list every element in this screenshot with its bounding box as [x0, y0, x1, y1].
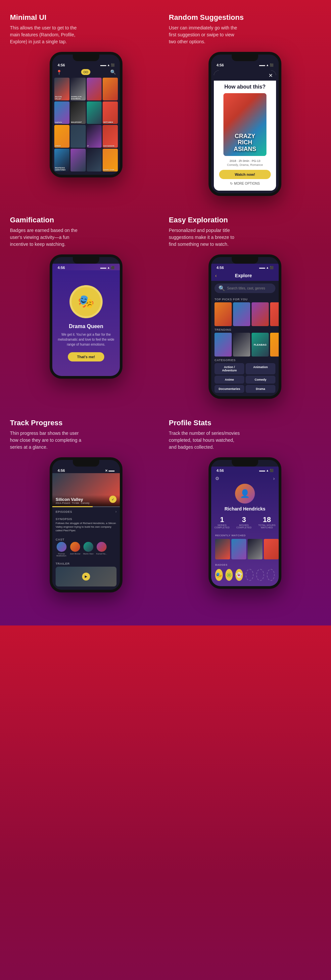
search-bar[interactable]: 🔍 Search titles, cast, genres — [214, 283, 275, 293]
recent-thumb-4[interactable] — [264, 539, 279, 559]
show-meta: 2014–Present · TV-MA · Comedy — [56, 502, 117, 504]
cast-item-1: Thomas Middleditch — [56, 542, 67, 557]
status-bar-1: 4:56 ▬▬ ▲ ⬛ — [52, 61, 120, 68]
episodes-label: EPISODES — [56, 510, 72, 514]
category-documentaries[interactable]: Documentaries — [214, 385, 244, 393]
recent-thumb-1[interactable] — [215, 539, 230, 559]
category-action[interactable]: Action / Adventure — [214, 363, 244, 374]
poster-title-overlay: CRAZYRICHASIANS — [224, 133, 267, 153]
category-anime[interactable]: Anime — [214, 375, 244, 383]
top-pick-4[interactable] — [270, 302, 279, 326]
movie-thumb-10[interactable] — [70, 125, 86, 148]
movie-thumb-9[interactable]: JOKER — [54, 125, 69, 148]
movie-thumb-15[interactable] — [87, 149, 102, 172]
movie-thumb-14[interactable] — [70, 149, 86, 172]
back-arrow-icon[interactable]: ‹ — [215, 273, 217, 278]
movie-thumb-4[interactable] — [102, 78, 118, 100]
show-title: Silicon Valley — [56, 497, 117, 502]
trailer-header: TRAILER — [52, 559, 120, 566]
status-icons-2: ▬▬ ▲ ⬛ — [259, 64, 273, 67]
search-icon-1[interactable]: 🔍 — [110, 69, 116, 75]
movie-thumb-6[interactable]: MALEFICENT — [70, 102, 86, 124]
how-about-text: How about this? — [214, 81, 276, 93]
section-title-minimal: Minimal UI — [10, 13, 162, 22]
movie-thumb-3[interactable] — [87, 78, 102, 100]
screen-profile: ⚙ › 👤 Richard Hendricks 1 SERIESCOMPLETE… — [211, 473, 279, 586]
badge-drama-queen: 🎭 — [215, 569, 223, 581]
close-icon-5[interactable]: ✕ — [105, 469, 107, 473]
status-time-5: 4:56 — [58, 469, 65, 473]
status-icons-3: ▬▬ ▲ ⬛ — [100, 266, 115, 269]
synopsis-header: SYNOPSIS — [52, 515, 120, 522]
profile-header: ⚙ › — [211, 473, 279, 484]
more-options-button[interactable]: ↻ MORE OPTIONS — [214, 182, 276, 185]
section-desc-profile: Track the number of series/movies comple… — [169, 430, 241, 451]
phone-exploration: 4:56 ▬▬ ▲ ⬛ ‹ Explore 🔍 Search titles, c… — [208, 255, 281, 399]
status-bar-5: 4:56 ✕ ▬▬ — [52, 466, 120, 473]
thumb-label-16: Schitt's Creek — [103, 169, 114, 171]
cast-row: Thomas Middleditch Josh Brener Martin St… — [52, 542, 120, 559]
trending-1[interactable] — [214, 333, 232, 356]
watch-now-button[interactable]: Watch now! — [219, 170, 271, 179]
status-time-2: 4:56 — [216, 63, 224, 67]
cast-item-2: Josh Brener — [70, 542, 80, 557]
status-icons-6: ▬▬ ▲ ⬛ — [259, 469, 273, 472]
episodes-arrow[interactable]: › — [115, 510, 117, 514]
section-minimal-ui: Minimal UI This allows the user to get t… — [10, 13, 162, 177]
stats-row: 1 SERIESCOMPLETED 3 MOVIESCOMPLETED 18 T… — [211, 515, 279, 529]
trailer-thumbnail[interactable]: ▶ — [56, 566, 117, 587]
stat-series-number: 1 — [214, 515, 230, 524]
section-title-random: Random Suggestions — [169, 13, 321, 22]
trending-2[interactable] — [233, 333, 250, 356]
movie-thumb-7[interactable] — [87, 102, 102, 124]
phone-notch-2 — [232, 54, 258, 61]
trending-row: FLEABAG — [211, 333, 279, 356]
section-row-2: Gamification Badges are earned based on … — [10, 216, 321, 399]
movie-thumb-5[interactable]: euphoria — [54, 102, 69, 124]
trending-3[interactable]: FLEABAG — [251, 333, 269, 356]
phone-gamification: 4:56 ▬▬ ▲ ⬛ 🎭 Drama Queen We get it. You… — [50, 255, 123, 379]
stat-hours: 18 TOTAL HOURSWATCHED — [258, 515, 275, 529]
categories-label: CATEGORIES — [211, 356, 279, 363]
section-profile-stats: Profile Stats Track the number of series… — [169, 418, 321, 589]
phone-notch-6 — [232, 460, 258, 466]
movie-thumb-13[interactable]: RIGHTEOUSGEMSTONES — [54, 149, 69, 172]
chevron-right-icon[interactable]: › — [273, 476, 275, 481]
movie-thumb-12[interactable]: SUCCESSION — [102, 125, 118, 148]
status-time-3: 4:56 — [58, 266, 65, 270]
trailer-label: TRAILER — [56, 562, 70, 565]
category-animation[interactable]: Animation — [246, 363, 275, 374]
trending-4[interactable] — [270, 333, 279, 356]
top-picks-row — [211, 302, 279, 326]
close-icon[interactable]: ✕ — [269, 72, 273, 79]
movie-thumb-16[interactable]: Schitt's Creek — [102, 149, 118, 172]
category-drama[interactable]: Drama — [246, 385, 275, 393]
section-desc-random: User can immediately go with the first s… — [169, 24, 241, 45]
badge-star: ✳️ — [225, 569, 233, 581]
top-pick-3[interactable] — [251, 302, 269, 326]
movie-thumb-1[interactable]: SILICONVALLEY — [54, 78, 69, 100]
status-icons-4: ▬▬ ▲ ⬛ — [259, 266, 273, 269]
top-pick-2[interactable] — [233, 302, 250, 326]
episodes-header: EPISODES › — [52, 507, 120, 515]
cast-name-1: Thomas Middleditch — [56, 553, 67, 557]
top-pick-1[interactable] — [214, 302, 232, 326]
movie-thumb-11[interactable]: IT — [87, 125, 102, 148]
recent-thumb-3[interactable] — [248, 539, 262, 559]
category-comedy[interactable]: Comedy — [246, 375, 275, 383]
settings-icon[interactable]: ⚙ — [215, 476, 219, 481]
cast-name-4: Kumail Na... — [96, 553, 107, 555]
thumb-label-1: SILICONVALLEY — [55, 96, 62, 100]
drama-mask-icon: 🎭 — [78, 294, 94, 309]
play-button-icon[interactable]: ▶ — [82, 573, 90, 581]
thats-me-button[interactable]: That's me! — [68, 352, 105, 361]
status-right-5: ✕ ▬▬ — [105, 469, 115, 473]
movie-thumb-2[interactable]: HARRELSONEISENBERG — [70, 78, 86, 100]
section-row-1: Minimal UI This allows the user to get t… — [10, 13, 321, 196]
stat-hours-label: TOTAL HOURSWATCHED — [258, 524, 275, 529]
section-title-profile: Profile Stats — [169, 418, 321, 427]
recent-thumb-2[interactable] — [231, 539, 246, 559]
movie-thumb-8[interactable]: WATCHMEN — [102, 102, 118, 124]
stat-movies-number: 3 — [236, 515, 251, 524]
phone-notch-1 — [73, 54, 99, 61]
